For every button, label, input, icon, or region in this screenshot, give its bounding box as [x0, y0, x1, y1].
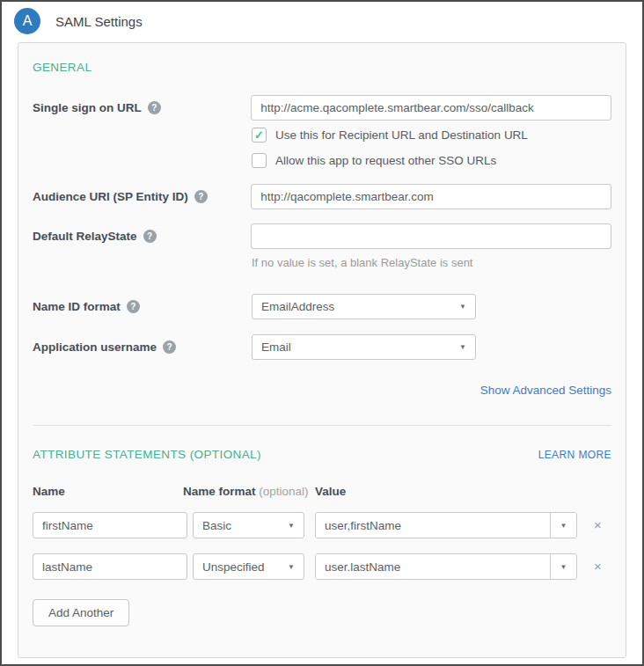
attribute-format-select[interactable]: Unspecified ▼ [193, 553, 304, 580]
attribute-row: Basic ▼ ▼ × [33, 512, 611, 538]
sso-url-label: Single sign on URL [33, 101, 142, 114]
header-bar: A SAML Settings [2, 2, 642, 40]
attribute-row: Unspecified ▼ ▼ × [33, 553, 611, 580]
sso-url-help-icon[interactable]: ? [148, 101, 161, 114]
recipient-checkbox-row: ✓ Use this for Recipient URL and Destina… [252, 128, 611, 143]
remove-row-icon[interactable]: × [594, 512, 602, 538]
relay-state-row: Default RelayState ? [33, 223, 611, 249]
app-username-label-col: Application username ? [33, 334, 252, 354]
add-another-button[interactable]: Add Another [33, 599, 129, 626]
attribute-name-input[interactable] [33, 553, 187, 580]
chevron-down-icon: ▼ [560, 563, 567, 571]
chevron-down-icon: ▼ [459, 303, 466, 311]
relay-state-hint: If no value is set, a blank RelayState i… [252, 256, 611, 269]
saml-settings-window: A SAML Settings GENERAL Single sign on U… [0, 0, 644, 666]
chevron-down-icon: ▼ [288, 563, 295, 571]
attribute-value-dropdown-button[interactable]: ▼ [550, 554, 576, 579]
sso-url-input[interactable] [251, 95, 611, 121]
column-header-optional: (optional) [259, 485, 308, 498]
app-username-value: Email [261, 340, 291, 354]
attribute-format-select[interactable]: Basic ▼ [193, 512, 304, 538]
other-sso-checkbox-label: Allow this app to request other SSO URLs [275, 154, 496, 167]
app-username-help-icon[interactable]: ? [163, 340, 176, 354]
audience-uri-row: Audience URI (SP Entity ID) ? [33, 184, 611, 209]
app-username-label: Application username [33, 340, 157, 354]
sso-url-label-col: Single sign on URL ? [33, 95, 251, 114]
other-sso-checkbox[interactable]: ✓ [252, 153, 267, 168]
general-section-title: GENERAL [33, 61, 611, 74]
chevron-down-icon: ▼ [288, 522, 295, 530]
name-id-format-label-col: Name ID format ? [33, 294, 252, 313]
relay-state-label: Default RelayState [33, 230, 137, 243]
attribute-statements-header: ATTRIBUTE STATEMENTS (OPTIONAL) LEARN MO… [33, 448, 611, 461]
chevron-down-icon: ▼ [560, 522, 567, 530]
relay-state-help-icon[interactable]: ? [143, 230, 157, 243]
attribute-value-input[interactable] [316, 513, 550, 538]
check-icon: ✓ [254, 129, 264, 141]
page-title: SAML Settings [55, 14, 143, 29]
recipient-checkbox-label: Use this for Recipient URL and Destinati… [275, 128, 528, 142]
audience-uri-label-col: Audience URI (SP Entity ID) ? [33, 184, 251, 203]
chevron-down-icon: ▼ [459, 343, 466, 351]
name-id-format-select[interactable]: EmailAddress ▼ [252, 294, 476, 319]
saml-settings-card: GENERAL Single sign on URL ? ✓ Use this … [18, 42, 626, 658]
relay-state-label-col: Default RelayState ? [33, 223, 251, 243]
name-id-format-label: Name ID format [33, 300, 121, 313]
other-sso-checkbox-row: ✓ Allow this app to request other SSO UR… [252, 153, 611, 168]
show-advanced-settings-link[interactable]: Show Advanced Settings [480, 384, 611, 397]
app-username-select[interactable]: Email ▼ [252, 334, 476, 360]
learn-more-link[interactable]: LEARN MORE [538, 449, 611, 461]
section-divider [33, 425, 611, 426]
column-header-value: Value [315, 485, 346, 498]
app-username-row: Application username ? Email ▼ [33, 334, 611, 360]
attribute-format-value: Basic [202, 519, 231, 532]
remove-row-icon[interactable]: × [594, 553, 602, 580]
attribute-value-combo: ▼ [315, 553, 577, 580]
audience-uri-help-icon[interactable]: ? [194, 190, 208, 203]
attribute-value-input[interactable] [316, 554, 550, 579]
sso-url-row: Single sign on URL ? [33, 95, 611, 121]
name-id-format-help-icon[interactable]: ? [127, 300, 140, 313]
attribute-name-input[interactable] [33, 512, 187, 538]
name-id-format-row: Name ID format ? EmailAddress ▼ [33, 294, 611, 319]
audience-uri-input[interactable] [251, 184, 611, 209]
advanced-settings-row: Show Advanced Settings [33, 382, 611, 398]
recipient-checkbox[interactable]: ✓ [252, 128, 267, 143]
relay-state-input[interactable] [251, 223, 611, 249]
column-header-name: Name [33, 485, 183, 498]
attribute-statements-title: ATTRIBUTE STATEMENTS (OPTIONAL) [33, 448, 261, 461]
attribute-value-dropdown-button[interactable]: ▼ [550, 513, 576, 538]
attribute-column-headers: Name Name format (optional) Value [33, 485, 611, 498]
attribute-value-combo: ▼ [315, 512, 577, 538]
name-id-format-value: EmailAddress [261, 300, 334, 313]
avatar: A [14, 8, 40, 34]
attribute-format-value: Unspecified [202, 560, 265, 574]
column-header-name-format: Name format (optional) [183, 485, 315, 498]
audience-uri-label: Audience URI (SP Entity ID) [33, 190, 188, 203]
